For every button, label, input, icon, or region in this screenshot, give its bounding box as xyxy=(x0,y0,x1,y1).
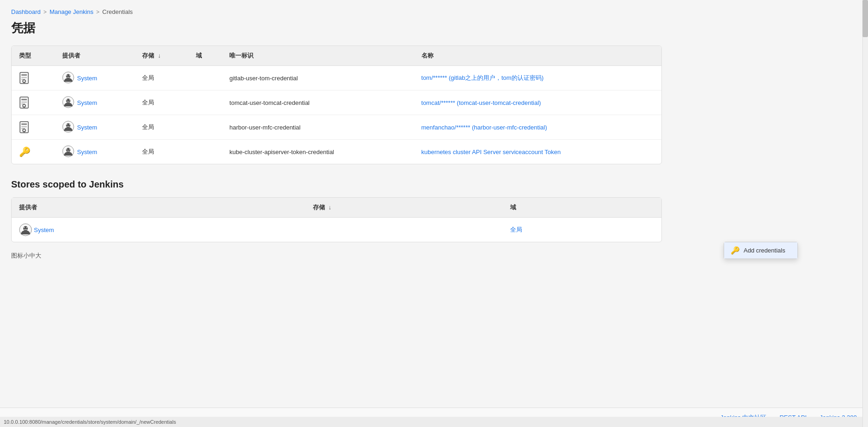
domain-cell xyxy=(188,66,222,91)
jenkins-user-icon xyxy=(62,71,75,84)
svg-point-36 xyxy=(24,227,25,228)
svg-point-37 xyxy=(26,227,27,228)
domain-cell xyxy=(188,91,222,115)
icon-size-label: 图标小中大 xyxy=(11,252,662,260)
credentials-table: 类型 提供者 存储 ↓ 域 唯一标识 名称 xyxy=(12,46,661,164)
jenkins-user-icon xyxy=(62,145,75,158)
stores-table-wrapper: 提供者 存储 ↓ 域 xyxy=(11,197,662,242)
stores-table-body: System 全局 🔑 Add credentials xyxy=(12,218,661,242)
svg-point-18 xyxy=(66,99,67,100)
unique-id-cell: harbor-user-mfc-credential xyxy=(222,115,414,140)
svg-point-9 xyxy=(69,75,70,76)
name-cell: tom/****** (gitlab之上的用户，tom的认证密码) xyxy=(414,66,661,91)
provider-link[interactable]: System xyxy=(77,124,97,131)
provider-cell: System xyxy=(55,91,135,115)
type-icon-cell: 🔑 xyxy=(12,140,55,164)
provider-cell: System xyxy=(55,115,135,140)
svg-rect-21 xyxy=(21,123,27,125)
provider-link[interactable]: System xyxy=(77,99,97,106)
credentials-table-wrapper: 类型 提供者 存储 ↓ 域 唯一标识 名称 xyxy=(11,45,662,164)
table-row: System 全局harbor-user-mfc-credentialmenfa… xyxy=(12,115,661,140)
credential-name-link[interactable]: tom/****** (gitlab之上的用户，tom的认证密码) xyxy=(421,74,544,81)
stores-table: 提供者 存储 ↓ 域 xyxy=(12,198,661,242)
scrollbar[interactable] xyxy=(862,0,868,427)
credential-icon xyxy=(19,97,29,109)
provider-link[interactable]: System xyxy=(77,149,97,155)
unique-id-cell: gitlab-user-tom-credential xyxy=(222,66,414,91)
name-cell: kubernetes cluster API Server serviceacc… xyxy=(414,140,661,164)
credential-name-link[interactable]: tomcat/****** (tomcat-user-tomcat-creden… xyxy=(421,99,541,106)
provider-link[interactable]: System xyxy=(77,75,97,82)
sort-icon: ↓ xyxy=(158,52,161,59)
credential-icon xyxy=(19,121,29,133)
credential-name-link[interactable]: menfanchao/****** (harbor-user-mfc-crede… xyxy=(421,124,547,131)
breadcrumb-dashboard[interactable]: Dashboard xyxy=(11,8,41,15)
breadcrumb-manage-jenkins[interactable]: Manage Jenkins xyxy=(50,8,94,15)
table-row: 🔑 System 全局kube-cluster-apiserver-token-… xyxy=(12,140,661,164)
name-cell: tomcat/****** (tomcat-user-tomcat-creden… xyxy=(414,91,661,115)
breadcrumb-sep-2: > xyxy=(96,9,99,15)
svg-point-29 xyxy=(69,124,70,125)
domain-cell xyxy=(188,115,222,140)
type-icon-cell xyxy=(12,115,55,140)
add-credentials-item[interactable]: 🔑 Add credentials xyxy=(724,242,797,259)
store-cell: 全局 xyxy=(135,140,188,164)
stores-col-store[interactable]: 存储 ↓ xyxy=(305,198,503,218)
page-title: 凭据 xyxy=(11,20,662,36)
key-icon: 🔑 xyxy=(731,246,740,255)
breadcrumb-sep-1: > xyxy=(44,9,47,15)
key-type-icon: 🔑 xyxy=(19,146,29,158)
stores-sort-icon: ↓ xyxy=(328,204,331,211)
status-bar: 10.0.0.100:8080/manage/credentials/store… xyxy=(0,417,868,427)
credentials-table-head: 类型 提供者 存储 ↓ 域 唯一标识 名称 xyxy=(12,46,661,66)
table-row: System 全局tomcat-user-tomcat-credentialto… xyxy=(12,91,661,115)
add-credentials-label: Add credentials xyxy=(744,247,785,254)
table-row: System 全局gitlab-user-tom-credentialtom/*… xyxy=(12,66,661,91)
breadcrumb-credentials: Credentials xyxy=(102,8,133,15)
breadcrumb: Dashboard > Manage Jenkins > Credentials xyxy=(0,0,868,20)
svg-point-8 xyxy=(66,75,67,76)
unique-id-cell: tomcat-user-tomcat-credential xyxy=(222,91,414,115)
col-store[interactable]: 存储 ↓ xyxy=(135,46,188,66)
store-system-link[interactable]: System xyxy=(34,226,54,233)
store-cell: 全局 xyxy=(135,66,188,91)
scrollbar-thumb[interactable] xyxy=(862,0,868,37)
stores-col-domain: 域 xyxy=(503,198,661,218)
unique-id-cell: kube-cluster-apiserver-token-credential xyxy=(222,140,414,164)
store-cell: 全局 xyxy=(135,91,188,115)
add-credentials-dropdown: 🔑 Add credentials xyxy=(724,242,798,259)
svg-point-32 xyxy=(66,149,67,149)
type-icon-cell xyxy=(12,66,55,91)
svg-rect-2 xyxy=(21,77,27,78)
svg-point-19 xyxy=(69,99,70,100)
svg-rect-12 xyxy=(21,102,27,103)
domain-cell xyxy=(188,140,222,164)
store-domain-link[interactable]: 全局 xyxy=(510,226,522,233)
svg-rect-22 xyxy=(21,126,27,127)
col-unique-id: 唯一标识 xyxy=(222,46,414,66)
col-domain: 域 xyxy=(188,46,222,66)
svg-rect-1 xyxy=(21,74,27,76)
store-domain-cell: 全局 🔑 Add credentials xyxy=(503,218,661,242)
provider-cell: System xyxy=(55,66,135,91)
stores-col-provider: 提供者 xyxy=(12,198,305,218)
credentials-table-body: System 全局gitlab-user-tom-credentialtom/*… xyxy=(12,66,661,164)
svg-point-33 xyxy=(69,149,70,149)
name-cell: menfanchao/****** (harbor-user-mfc-crede… xyxy=(414,115,661,140)
credential-icon xyxy=(19,72,29,84)
jenkins-user-icon xyxy=(19,223,32,236)
stores-table-head: 提供者 存储 ↓ 域 xyxy=(12,198,661,218)
status-url: 10.0.0.100:8080/manage/credentials/store… xyxy=(4,419,176,425)
jenkins-user-icon xyxy=(62,121,75,134)
col-provider: 提供者 xyxy=(55,46,135,66)
stores-section-heading: Stores scoped to Jenkins xyxy=(11,179,662,190)
svg-rect-11 xyxy=(21,99,27,100)
col-name: 名称 xyxy=(414,46,661,66)
credential-name-link[interactable]: kubernetes cluster API Server serviceacc… xyxy=(421,149,561,155)
store-store-cell xyxy=(305,218,503,242)
main-content: 凭据 类型 提供者 存储 ↓ 域 唯一标识 名称 xyxy=(0,20,673,278)
col-type: 类型 xyxy=(12,46,55,66)
store-cell: 全局 xyxy=(135,115,188,140)
jenkins-user-icon xyxy=(62,96,75,109)
type-icon-cell xyxy=(12,91,55,115)
